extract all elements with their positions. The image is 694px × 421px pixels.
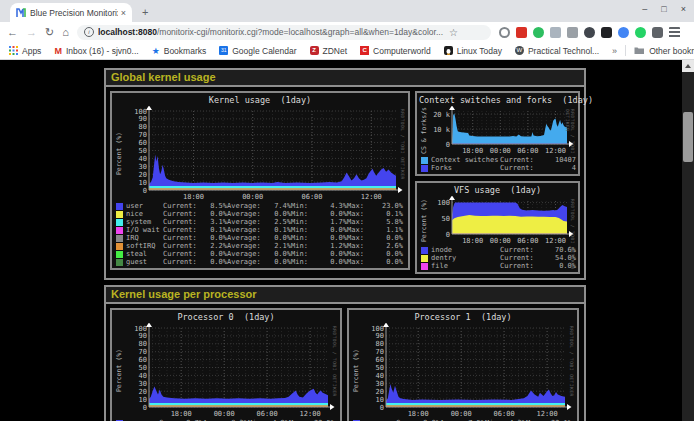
bookmark-label: ZDNet (323, 46, 348, 56)
mail-extension-icon[interactable] (516, 27, 527, 38)
context_switches-chart[interactable]: 010 k20 k18:0000:0006:0012:00 (428, 106, 576, 155)
window-close-icon[interactable]: × (681, 2, 686, 16)
legend-stat-value: 0.0% (274, 234, 291, 242)
processor1-chart[interactable]: 010203040506070809010018:0000:0006:0012:… (360, 323, 575, 418)
url-text[interactable]: localhost:8080/monitorix-cgi/monitorix.c… (98, 27, 443, 37)
new-tab-button[interactable]: + (142, 7, 148, 18)
graph-title: Kernel usage (1day) (114, 95, 406, 106)
legend-stat-value: 0.0% (330, 210, 347, 218)
back-icon[interactable]: ← (7, 27, 18, 38)
browser-tab[interactable]: Blue Precision Monitorix × (10, 3, 132, 22)
legend-stat: Average:0.0% (227, 210, 291, 218)
legend-row: niceCurrent:0.0%Average:0.0%Min:0.0%Max:… (116, 210, 406, 218)
zdnet-icon: Z (310, 46, 319, 55)
svg-text:80: 80 (376, 340, 384, 348)
legend-stat: Max:0.0% (347, 250, 403, 258)
legend-stat: Current:2.2% (163, 242, 227, 250)
whatsapp-extension-icon[interactable] (635, 27, 646, 38)
bookmark-item-apps[interactable]: Apps (9, 46, 41, 56)
graph-panel-kernel_usage[interactable]: Kernel usage (1day) Percent (%) 01020304… (110, 91, 410, 270)
svg-text:40: 40 (139, 155, 147, 163)
legend-stat-value: 0.0% (330, 234, 347, 242)
legend-stat-label: Average: (227, 226, 261, 234)
browser-titlebar: Blue Precision Monitorix × + – □ × (0, 0, 694, 22)
legend-stat-value: 3.1% (210, 218, 227, 226)
svg-text:00:00: 00:00 (490, 147, 511, 155)
bookmark-item-star[interactable]: ★Bookmarks (152, 46, 207, 56)
reload-icon[interactable]: ↻ (45, 27, 54, 38)
kernel_usage-chart[interactable]: 010203040506070809010018:0000:0006:0012:… (123, 106, 406, 201)
legend-stat-label: Min: (291, 226, 308, 234)
legend-row: ForksCurrent:4 (421, 164, 576, 172)
legend-swatch (116, 211, 123, 218)
legend-stat: Max:0.0% (347, 258, 403, 266)
legend-stat-value: 1.1% (386, 226, 403, 234)
svg-text:12:00: 12:00 (545, 237, 566, 245)
legend-row: dentryCurrent:54.0% (421, 254, 576, 262)
svg-text:00:00: 00:00 (451, 410, 472, 418)
svg-text:0: 0 (143, 404, 147, 412)
legend-stat: Min:0.0% (291, 234, 347, 242)
svg-text:40: 40 (376, 372, 384, 380)
bookmark-star-icon[interactable]: ☆ (449, 27, 458, 38)
rrdtool-watermark: RRDTOOL / TOBI OETIKER (400, 109, 405, 180)
search-extension-icon[interactable] (499, 27, 510, 38)
ghostery-extension-icon[interactable] (584, 27, 595, 38)
bookmark-item-wordpress[interactable]: WPractical Technol... (515, 46, 599, 56)
svg-text:10: 10 (376, 396, 384, 404)
window-minimize-icon[interactable]: – (642, 2, 647, 16)
bookmark-item-zdnet[interactable]: ZZDNet (310, 46, 348, 56)
legend-label: dentry (431, 254, 500, 262)
legend-stat-label: Average: (227, 234, 261, 242)
other-bookmarks-button[interactable]: Other bookmarks (634, 46, 694, 56)
tab-close-icon[interactable]: × (121, 8, 126, 18)
video-extension-icon[interactable] (601, 27, 612, 38)
section-title: Global kernel usage (106, 70, 584, 87)
svg-text:60: 60 (139, 356, 147, 364)
legend-label: I/O wait (126, 226, 163, 234)
legend-stat: Average:2.5% (227, 218, 291, 226)
scrollbar[interactable] (682, 60, 694, 421)
graph-title: Processor 0 (1day) (114, 312, 338, 323)
scroll-up-icon[interactable] (682, 60, 694, 72)
svg-text:06:00: 06:00 (517, 237, 538, 245)
legend-row: userCurrent:8.5%Average:7.4%Min:4.3%Max:… (116, 202, 406, 210)
legend-stat-value: 2.2% (210, 242, 227, 250)
graph-panel-vfs_usage[interactable]: VFS usage (1day) Percent (%) 05010018:00… (415, 181, 580, 274)
address-bar[interactable]: i localhost:8080/monitorix-cgi/monitorix… (77, 25, 491, 40)
vfs_usage-chart[interactable]: 05010018:0000:0006:0012:00 (428, 196, 576, 245)
legend-stat-label: Average: (227, 250, 261, 258)
bookmarks-overflow-icon[interactable]: » (612, 46, 617, 56)
copy-extension-icon[interactable] (550, 27, 561, 38)
page-info-icon[interactable]: i (84, 27, 94, 37)
evernote-extension-icon[interactable] (533, 27, 544, 38)
pin-extension-icon[interactable] (652, 27, 663, 38)
onetab-extension-icon[interactable] (669, 27, 680, 38)
legend-stat-label: Min: (291, 218, 308, 226)
legend-swatch (421, 255, 428, 262)
forward-icon[interactable]: → (26, 27, 37, 38)
graph-panel-processor1[interactable]: Processor 1 (1day) Percent (%) 010203040… (347, 308, 579, 421)
processor0-chart[interactable]: 010203040506070809010018:0000:0006:0012:… (123, 323, 338, 418)
window-maximize-icon[interactable]: □ (661, 2, 666, 16)
legend-stat-label: Current: (163, 202, 197, 210)
y-axis-label: CS & forks/s (419, 106, 428, 155)
legend-label: guest (126, 258, 163, 266)
svg-text:100: 100 (371, 325, 384, 333)
home-icon[interactable]: ⌂ (62, 27, 69, 38)
bookmark-item-calendar[interactable]: 31Google Calendar (219, 46, 296, 56)
legend-stat-label: Average: (227, 202, 261, 210)
legend-swatch (116, 203, 123, 210)
screenshot-extension-icon[interactable] (567, 27, 578, 38)
bookmark-item-gmail[interactable]: MInbox (16) - sjvn0... (54, 46, 138, 56)
legend-label: system (126, 218, 163, 226)
legend-stat-label: Current: (163, 218, 197, 226)
graph-panel-processor0[interactable]: Processor 0 (1day) Percent (%) 010203040… (110, 308, 342, 421)
legend-stat-label: Current: (500, 156, 534, 164)
legend-swatch (421, 165, 428, 172)
bookmark-item-computerworld[interactable]: CComputerworld (360, 46, 431, 56)
chat-extension-icon[interactable] (618, 27, 629, 38)
graph-panel-context_switches[interactable]: Context switches and forks (1day) CS & f… (415, 91, 580, 176)
bookmark-item-linux[interactable]: Linux Today (444, 46, 502, 56)
scrollbar-thumb[interactable] (683, 112, 693, 162)
